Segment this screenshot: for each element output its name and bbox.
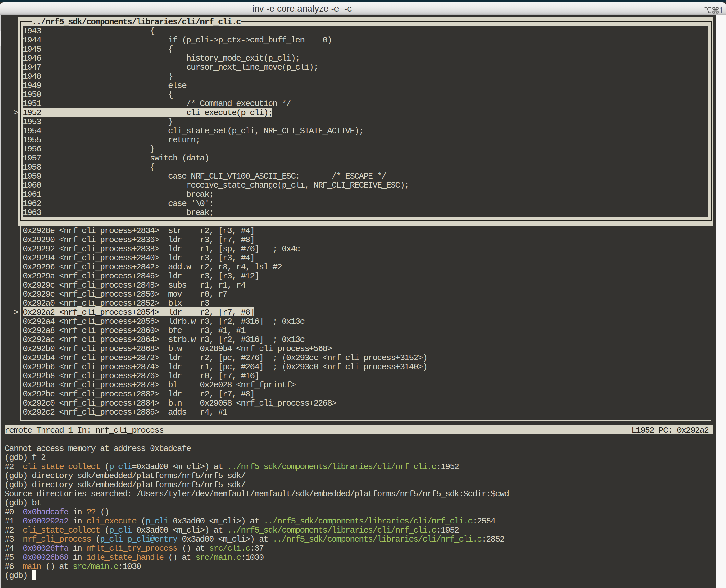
svg-text:1: 1: [719, 7, 723, 14]
